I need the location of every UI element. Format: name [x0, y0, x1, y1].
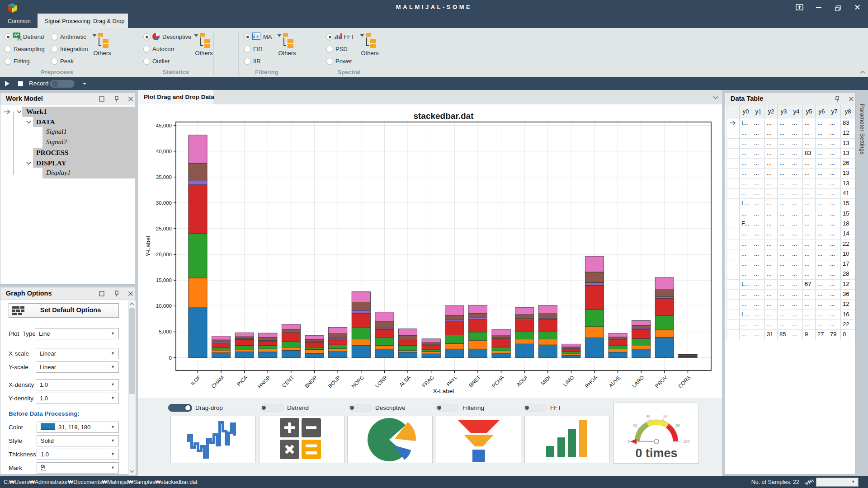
svg-text:30,000: 30,000 [156, 200, 172, 206]
svg-text:stackedbar.dat: stackedbar.dat [413, 111, 474, 121]
svg-text:5,000: 5,000 [159, 329, 172, 334]
svg-text:40: 40 [646, 414, 651, 418]
svg-text:x̅: x̅ [256, 34, 259, 39]
svg-text:15,000: 15,000 [156, 277, 172, 283]
svg-text:Y-Label: Y-Label [145, 236, 151, 256]
svg-text:80: 80 [676, 423, 680, 428]
svg-text:40,000: 40,000 [156, 149, 172, 154]
svg-text:0: 0 [627, 439, 630, 444]
svg-text:35,000: 35,000 [156, 174, 172, 180]
svg-text:100: 100 [683, 439, 689, 444]
svg-text:20,000: 20,000 [156, 252, 172, 257]
svg-text:60: 60 [662, 414, 667, 418]
svg-text:0 times: 0 times [635, 446, 677, 460]
svg-text:0: 0 [169, 355, 172, 361]
svg-text:X-Label: X-Label [433, 388, 454, 394]
svg-text:20: 20 [633, 423, 637, 428]
svg-text:10,000: 10,000 [156, 303, 172, 309]
svg-text:25,000: 25,000 [156, 226, 172, 231]
svg-text:45,000: 45,000 [156, 123, 172, 128]
